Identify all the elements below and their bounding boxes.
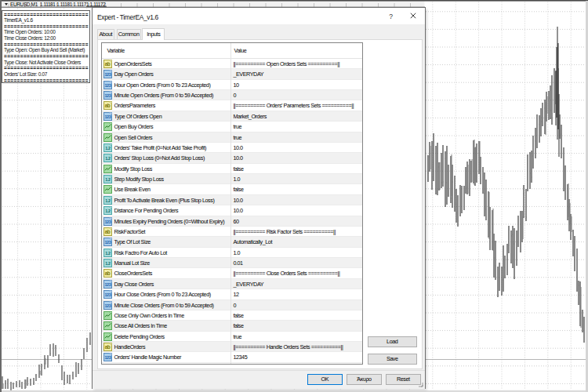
svg-text:ab: ab [105, 229, 111, 234]
svg-text:123: 123 [105, 114, 111, 119]
svg-text:123: 123 [105, 93, 111, 98]
svg-text:1.2: 1.2 [105, 177, 111, 182]
svg-text:123: 123 [105, 355, 111, 360]
svg-text:123: 123 [105, 292, 111, 297]
svg-text:1.2: 1.2 [105, 198, 111, 203]
svg-text:123: 123 [105, 240, 111, 245]
svg-text:1.2: 1.2 [105, 209, 111, 213]
svg-text:ab: ab [105, 103, 111, 109]
svg-text:ab: ab [105, 61, 111, 67]
svg-text:123: 123 [105, 83, 111, 88]
svg-text:1.2: 1.2 [105, 251, 111, 256]
svg-text:ab: ab [105, 271, 111, 277]
svg-text:ab: ab [105, 344, 111, 350]
svg-text:1.2: 1.2 [105, 156, 111, 161]
svg-text:123: 123 [105, 282, 111, 287]
svg-text:1.2: 1.2 [105, 261, 111, 266]
svg-text:123: 123 [105, 220, 111, 224]
svg-text:123: 123 [105, 303, 111, 308]
svg-text:1.2: 1.2 [105, 146, 111, 151]
svg-text:123: 123 [105, 72, 111, 77]
